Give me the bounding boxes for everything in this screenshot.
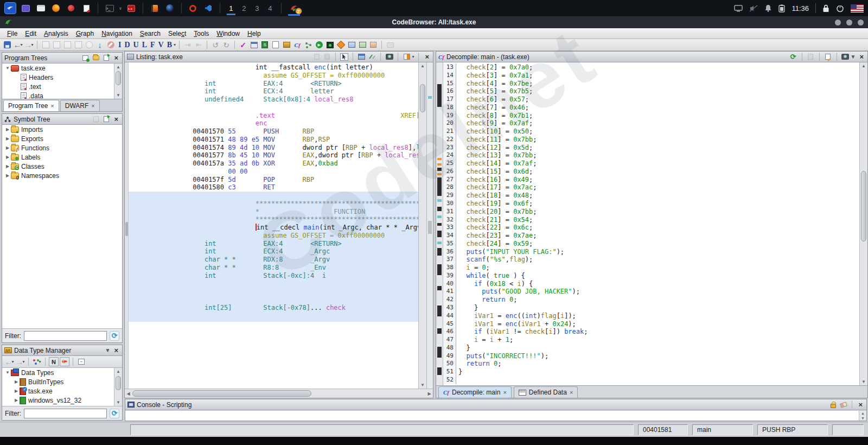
tab-close-icon[interactable]: × (91, 103, 94, 109)
menu-graph[interactable]: Graph (72, 29, 98, 39)
scroll-down-arrow[interactable]: ▼ (419, 382, 426, 389)
decompile-line[interactable]: 24 check[13] = 0x7bb; (443, 151, 859, 160)
listing-line[interactable]: char * * RDX:8 _Argv (154, 256, 418, 264)
create-l-button[interactable]: L (141, 41, 149, 49)
menu-file[interactable]: File (3, 29, 21, 39)
script-manager-button[interactable]: S (260, 40, 270, 49)
symbol-tree-item-labels[interactable]: ▶Labels (2, 152, 122, 162)
window-controls[interactable] (835, 20, 864, 26)
firefox-icon[interactable] (50, 2, 62, 14)
listing-line[interactable]: int __fastcall enc(int letter) (154, 63, 418, 72)
volume-muted-icon[interactable] (749, 5, 758, 12)
decompile-line[interactable]: 40 if (0x18 < i) { (443, 280, 859, 288)
export-symbols-icon[interactable] (102, 116, 110, 123)
listing-line[interactable] (154, 296, 418, 304)
listing-line[interactable]: 00 00 (154, 168, 418, 176)
edit-symbol-icon[interactable] (92, 116, 100, 123)
menu-search[interactable]: Search (136, 29, 164, 39)
bookmark-dropdown[interactable]: ▾ (412, 54, 414, 59)
snapshot-camera-icon[interactable] (841, 53, 850, 61)
decompile-line[interactable]: 27 check[16] = 0x49; (443, 176, 859, 184)
symbol-tree-item-namespaces[interactable]: ▶Namespaces (2, 171, 122, 180)
decompile-line[interactable]: 46 if (iVar1 != check[i]) break; (443, 328, 859, 336)
expand-toggle-icon[interactable]: ▶ (13, 379, 20, 384)
paste-icon[interactable] (323, 53, 331, 61)
data-type-item-data-types[interactable]: ▼Data Types (2, 368, 122, 377)
export-tree-icon[interactable] (102, 54, 110, 62)
decompile-line[interactable]: 29 check[18] = 0x48; (443, 192, 859, 200)
listing-line[interactable]: 0040157f 5d POP RBP (154, 176, 418, 184)
scroll-up-arrow[interactable]: ▲ (860, 62, 867, 69)
decompile-line[interactable]: 25 check[14] = 0x7af; (443, 160, 859, 168)
workspace-2[interactable]: 2 (239, 1, 250, 15)
close-panel-icon[interactable]: × (112, 115, 120, 123)
expand-toggle-icon[interactable]: ▶ (13, 398, 20, 403)
expand-toggle-icon[interactable]: ▼ (4, 66, 11, 71)
filter-options-icon[interactable]: ⟳ (110, 409, 119, 418)
scrollbar-thumb[interactable] (861, 171, 866, 241)
dtm-filter-input[interactable] (24, 409, 107, 418)
decompile-line[interactable]: 52 (443, 376, 859, 384)
data-type-item-windows-vs12-32[interactable]: ▶windows_vs12_32 (2, 396, 122, 405)
listing-line[interactable] (154, 104, 418, 112)
decompile-line[interactable]: 47 i = i + 1; (443, 336, 859, 344)
clock-page-button[interactable] (84, 40, 94, 49)
decompile-line[interactable]: 32 check[21] = 0x54; (443, 216, 859, 224)
menu-help[interactable]: Help (244, 29, 265, 39)
decompile-code[interactable]: 13 check[2] = 0x7a0;14 check[3] = 0x7a1;… (443, 62, 859, 385)
program-tree-item--text[interactable]: .text (2, 82, 122, 91)
listing-line[interactable]: char * * R8:8 _Env (154, 264, 418, 272)
cursor-location-toggle[interactable] (340, 53, 348, 61)
scrollbar-thumb[interactable] (116, 376, 121, 390)
filter-arrays-toggle[interactable]: N (49, 357, 59, 366)
expand-toggle-icon[interactable]: ▶ (4, 164, 11, 169)
run-button[interactable]: ▶ (314, 40, 324, 49)
menu-edit[interactable]: Edit (21, 29, 40, 39)
create-b-button[interactable]: B (165, 41, 174, 49)
listing-line[interactable] (154, 192, 418, 200)
diff-view-icon[interactable] (358, 53, 366, 61)
decompile-line[interactable]: 33 check[22] = 0x6c; (443, 224, 859, 232)
console-output[interactable]: ▲▼ (125, 410, 866, 421)
decompile-line[interactable]: 38 i = 0; (443, 264, 859, 272)
decompile-line[interactable]: 23 check[12] = 0x5d; (443, 144, 859, 152)
listing-line[interactable]: 00401574 89 4d 10 MOV dword ptr [RBP + l… (154, 144, 418, 152)
listing-line[interactable]: .text XREF[ (154, 112, 418, 120)
decompile-line[interactable]: 18 check[7] = 0x46; (443, 104, 859, 112)
listing-line[interactable]: int __cdecl main(int _Argc, char * * _Ar… (154, 224, 418, 232)
text-editor-icon[interactable] (80, 2, 92, 14)
workspace-3[interactable]: 3 (252, 1, 263, 15)
dtm-back-button[interactable]: ←▾ (4, 357, 14, 366)
listing-line[interactable]: 00401577 8b 45 10 MOV EAX,dword ptr [RBP… (154, 151, 418, 160)
scrollbar-thumb[interactable] (116, 71, 121, 85)
window-titlebar[interactable]: CodeBrowser: All:/task.exe (0, 16, 868, 28)
call-tree-button[interactable] (303, 40, 313, 49)
listing-line[interactable]: int EAX:4 <RETURN> (154, 240, 418, 248)
symbol-tree-item-functions[interactable]: ▶Functions (2, 143, 122, 152)
forward-button[interactable]: →▾ (24, 40, 34, 49)
menu-analysis[interactable]: Analysis (40, 29, 72, 39)
decompile-line[interactable]: 13 check[2] = 0x7a0; (443, 63, 859, 72)
copy-icon[interactable] (312, 53, 321, 61)
listing-line[interactable]: * FUNCTION * (154, 208, 418, 216)
decompile-line[interactable]: 28 check[17] = 0x7ac; (443, 183, 859, 192)
tab-close-icon[interactable]: × (570, 389, 573, 396)
edit-icon[interactable] (824, 53, 832, 61)
debugger-button[interactable] (325, 40, 335, 49)
listing-content[interactable]: int __fastcall enc(int letter) assume GS… (129, 62, 418, 389)
decompile-line[interactable]: 41 puts("GOOD JOB, HACKER"); (443, 288, 859, 296)
dtm-forward-button[interactable]: →▾ (15, 357, 25, 366)
workspace-4[interactable]: 4 (265, 1, 276, 15)
scroll-right-arrow[interactable]: ▶ (426, 389, 433, 398)
scroll-down-arrow[interactable]: ▼ (860, 378, 867, 385)
expand-toggle-icon[interactable]: ▶ (4, 136, 11, 141)
comments-button[interactable] (385, 40, 395, 49)
decompile-line[interactable]: 35 check[24] = 0x59; (443, 240, 859, 248)
listing-hscrollbar[interactable]: ◀ ▶ (125, 389, 433, 398)
terminal-dropdown-chevron[interactable]: ∨ (119, 6, 122, 11)
scrollbar-thumb[interactable] (420, 84, 425, 112)
expand-toggle-icon[interactable]: ▶ (13, 389, 20, 393)
import-in-button[interactable]: ⇥ (183, 40, 193, 49)
workspace-1[interactable]: 1 (226, 1, 237, 15)
decompile-line[interactable]: 50 return 0; (443, 360, 859, 368)
